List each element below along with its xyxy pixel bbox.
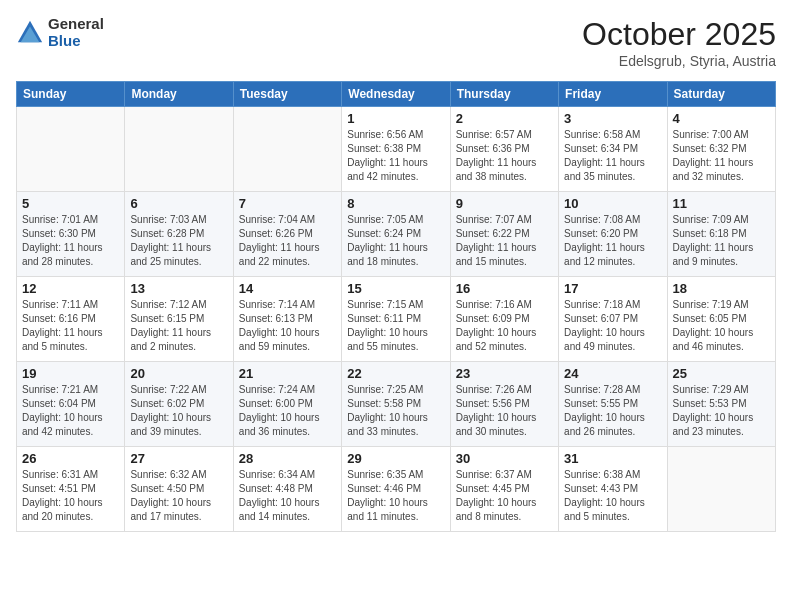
day-number: 1 — [347, 111, 444, 126]
calendar-cell: 14Sunrise: 7:14 AM Sunset: 6:13 PM Dayli… — [233, 277, 341, 362]
day-number: 9 — [456, 196, 553, 211]
logo-blue-label: Blue — [48, 33, 104, 50]
calendar-cell: 25Sunrise: 7:29 AM Sunset: 5:53 PM Dayli… — [667, 362, 775, 447]
day-number: 4 — [673, 111, 770, 126]
location-label: Edelsgrub, Styria, Austria — [582, 53, 776, 69]
day-info: Sunrise: 6:38 AM Sunset: 4:43 PM Dayligh… — [564, 468, 661, 524]
weekday-header-saturday: Saturday — [667, 82, 775, 107]
calendar-cell: 13Sunrise: 7:12 AM Sunset: 6:15 PM Dayli… — [125, 277, 233, 362]
day-info: Sunrise: 7:03 AM Sunset: 6:28 PM Dayligh… — [130, 213, 227, 269]
day-number: 20 — [130, 366, 227, 381]
day-info: Sunrise: 6:56 AM Sunset: 6:38 PM Dayligh… — [347, 128, 444, 184]
calendar-cell: 24Sunrise: 7:28 AM Sunset: 5:55 PM Dayli… — [559, 362, 667, 447]
calendar-cell: 1Sunrise: 6:56 AM Sunset: 6:38 PM Daylig… — [342, 107, 450, 192]
calendar-week-4: 26Sunrise: 6:31 AM Sunset: 4:51 PM Dayli… — [17, 447, 776, 532]
day-info: Sunrise: 6:58 AM Sunset: 6:34 PM Dayligh… — [564, 128, 661, 184]
day-number: 3 — [564, 111, 661, 126]
day-number: 21 — [239, 366, 336, 381]
day-info: Sunrise: 7:08 AM Sunset: 6:20 PM Dayligh… — [564, 213, 661, 269]
calendar-cell: 8Sunrise: 7:05 AM Sunset: 6:24 PM Daylig… — [342, 192, 450, 277]
logo-text: General Blue — [48, 16, 104, 49]
weekday-header-tuesday: Tuesday — [233, 82, 341, 107]
logo-general-label: General — [48, 16, 104, 33]
calendar-cell: 26Sunrise: 6:31 AM Sunset: 4:51 PM Dayli… — [17, 447, 125, 532]
calendar-week-1: 5Sunrise: 7:01 AM Sunset: 6:30 PM Daylig… — [17, 192, 776, 277]
day-number: 12 — [22, 281, 119, 296]
day-number: 15 — [347, 281, 444, 296]
calendar-cell: 28Sunrise: 6:34 AM Sunset: 4:48 PM Dayli… — [233, 447, 341, 532]
day-info: Sunrise: 7:29 AM Sunset: 5:53 PM Dayligh… — [673, 383, 770, 439]
calendar-cell: 4Sunrise: 7:00 AM Sunset: 6:32 PM Daylig… — [667, 107, 775, 192]
day-number: 23 — [456, 366, 553, 381]
day-number: 16 — [456, 281, 553, 296]
calendar-cell: 27Sunrise: 6:32 AM Sunset: 4:50 PM Dayli… — [125, 447, 233, 532]
calendar-cell: 23Sunrise: 7:26 AM Sunset: 5:56 PM Dayli… — [450, 362, 558, 447]
calendar-cell: 17Sunrise: 7:18 AM Sunset: 6:07 PM Dayli… — [559, 277, 667, 362]
title-block: October 2025 Edelsgrub, Styria, Austria — [582, 16, 776, 69]
weekday-header-monday: Monday — [125, 82, 233, 107]
calendar-cell: 16Sunrise: 7:16 AM Sunset: 6:09 PM Dayli… — [450, 277, 558, 362]
calendar-cell: 12Sunrise: 7:11 AM Sunset: 6:16 PM Dayli… — [17, 277, 125, 362]
weekday-header-friday: Friday — [559, 82, 667, 107]
day-number: 29 — [347, 451, 444, 466]
day-info: Sunrise: 7:14 AM Sunset: 6:13 PM Dayligh… — [239, 298, 336, 354]
day-number: 30 — [456, 451, 553, 466]
calendar-cell: 22Sunrise: 7:25 AM Sunset: 5:58 PM Dayli… — [342, 362, 450, 447]
calendar-cell: 15Sunrise: 7:15 AM Sunset: 6:11 PM Dayli… — [342, 277, 450, 362]
day-number: 28 — [239, 451, 336, 466]
day-info: Sunrise: 7:05 AM Sunset: 6:24 PM Dayligh… — [347, 213, 444, 269]
day-info: Sunrise: 6:34 AM Sunset: 4:48 PM Dayligh… — [239, 468, 336, 524]
day-number: 13 — [130, 281, 227, 296]
calendar-week-2: 12Sunrise: 7:11 AM Sunset: 6:16 PM Dayli… — [17, 277, 776, 362]
day-info: Sunrise: 7:19 AM Sunset: 6:05 PM Dayligh… — [673, 298, 770, 354]
calendar-cell — [125, 107, 233, 192]
day-number: 6 — [130, 196, 227, 211]
calendar-cell: 9Sunrise: 7:07 AM Sunset: 6:22 PM Daylig… — [450, 192, 558, 277]
calendar-cell: 29Sunrise: 6:35 AM Sunset: 4:46 PM Dayli… — [342, 447, 450, 532]
day-number: 22 — [347, 366, 444, 381]
calendar-cell: 2Sunrise: 6:57 AM Sunset: 6:36 PM Daylig… — [450, 107, 558, 192]
day-number: 7 — [239, 196, 336, 211]
weekday-header-thursday: Thursday — [450, 82, 558, 107]
day-info: Sunrise: 6:32 AM Sunset: 4:50 PM Dayligh… — [130, 468, 227, 524]
day-info: Sunrise: 7:18 AM Sunset: 6:07 PM Dayligh… — [564, 298, 661, 354]
day-number: 5 — [22, 196, 119, 211]
day-info: Sunrise: 6:31 AM Sunset: 4:51 PM Dayligh… — [22, 468, 119, 524]
day-info: Sunrise: 7:04 AM Sunset: 6:26 PM Dayligh… — [239, 213, 336, 269]
day-info: Sunrise: 7:01 AM Sunset: 6:30 PM Dayligh… — [22, 213, 119, 269]
calendar-cell: 10Sunrise: 7:08 AM Sunset: 6:20 PM Dayli… — [559, 192, 667, 277]
calendar-cell: 11Sunrise: 7:09 AM Sunset: 6:18 PM Dayli… — [667, 192, 775, 277]
day-number: 11 — [673, 196, 770, 211]
calendar-cell — [233, 107, 341, 192]
calendar-table: SundayMondayTuesdayWednesdayThursdayFrid… — [16, 81, 776, 532]
day-info: Sunrise: 6:35 AM Sunset: 4:46 PM Dayligh… — [347, 468, 444, 524]
day-number: 31 — [564, 451, 661, 466]
logo: General Blue — [16, 16, 104, 49]
day-info: Sunrise: 7:12 AM Sunset: 6:15 PM Dayligh… — [130, 298, 227, 354]
calendar-week-3: 19Sunrise: 7:21 AM Sunset: 6:04 PM Dayli… — [17, 362, 776, 447]
day-info: Sunrise: 7:11 AM Sunset: 6:16 PM Dayligh… — [22, 298, 119, 354]
day-info: Sunrise: 7:00 AM Sunset: 6:32 PM Dayligh… — [673, 128, 770, 184]
day-number: 19 — [22, 366, 119, 381]
day-number: 27 — [130, 451, 227, 466]
day-number: 18 — [673, 281, 770, 296]
day-info: Sunrise: 7:26 AM Sunset: 5:56 PM Dayligh… — [456, 383, 553, 439]
weekday-header-row: SundayMondayTuesdayWednesdayThursdayFrid… — [17, 82, 776, 107]
calendar-cell: 3Sunrise: 6:58 AM Sunset: 6:34 PM Daylig… — [559, 107, 667, 192]
weekday-header-wednesday: Wednesday — [342, 82, 450, 107]
calendar-cell: 18Sunrise: 7:19 AM Sunset: 6:05 PM Dayli… — [667, 277, 775, 362]
calendar-cell: 31Sunrise: 6:38 AM Sunset: 4:43 PM Dayli… — [559, 447, 667, 532]
calendar-cell: 6Sunrise: 7:03 AM Sunset: 6:28 PM Daylig… — [125, 192, 233, 277]
weekday-header-sunday: Sunday — [17, 82, 125, 107]
calendar-week-0: 1Sunrise: 6:56 AM Sunset: 6:38 PM Daylig… — [17, 107, 776, 192]
day-info: Sunrise: 7:16 AM Sunset: 6:09 PM Dayligh… — [456, 298, 553, 354]
calendar-cell: 19Sunrise: 7:21 AM Sunset: 6:04 PM Dayli… — [17, 362, 125, 447]
day-info: Sunrise: 7:09 AM Sunset: 6:18 PM Dayligh… — [673, 213, 770, 269]
calendar-cell: 21Sunrise: 7:24 AM Sunset: 6:00 PM Dayli… — [233, 362, 341, 447]
calendar-cell — [667, 447, 775, 532]
day-info: Sunrise: 7:28 AM Sunset: 5:55 PM Dayligh… — [564, 383, 661, 439]
day-info: Sunrise: 6:57 AM Sunset: 6:36 PM Dayligh… — [456, 128, 553, 184]
calendar-cell: 7Sunrise: 7:04 AM Sunset: 6:26 PM Daylig… — [233, 192, 341, 277]
day-number: 14 — [239, 281, 336, 296]
calendar-cell: 5Sunrise: 7:01 AM Sunset: 6:30 PM Daylig… — [17, 192, 125, 277]
